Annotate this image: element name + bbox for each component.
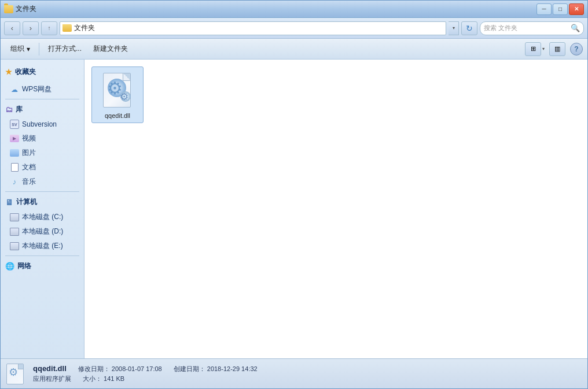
- toolbar: 组织 ▾ 打开方式... 新建文件夹 ⊞ ▾ ▥ ?: [1, 39, 587, 60]
- view-button[interactable]: ⊞: [525, 42, 541, 56]
- image-icon: [10, 149, 19, 158]
- sidebar-item-disk-d[interactable]: 本地磁盘 (D:): [1, 224, 84, 239]
- back-button[interactable]: ‹: [4, 21, 20, 35]
- create-date: 2018-12-29 14:32: [207, 365, 258, 372]
- refresh-button[interactable]: ↻: [461, 21, 477, 35]
- library-icon: 🗂: [5, 105, 13, 114]
- status-row2: 应用程序扩展 大小： 141 KB: [33, 375, 258, 383]
- status-create: 创建日期： 2018-12-29 14:32: [174, 365, 258, 373]
- gear-small-icon: [120, 91, 131, 102]
- window: 文件夹 ─ □ ✕ ‹ › ↑ 文件夹 ▾ ↻ 搜索 文件夹 🔍 组织 ▾: [0, 0, 588, 389]
- panel-button[interactable]: ▥: [549, 42, 565, 56]
- dll-file-icon: [102, 72, 133, 110]
- sidebar-item-music[interactable]: ♪ 音乐: [1, 175, 84, 189]
- status-info: qqedit.dll 修改日期： 2008-01-07 17:08 创建日期： …: [33, 364, 258, 383]
- sidebar-divider-3: [5, 255, 79, 256]
- network-label: 网络: [17, 261, 31, 271]
- image-label: 图片: [22, 148, 36, 158]
- music-icon: ♪: [10, 177, 19, 187]
- computer-label: 计算机: [16, 197, 37, 207]
- cloud-icon: ☁: [10, 85, 19, 94]
- panel-icon: ▥: [554, 45, 560, 53]
- sidebar-header-computer[interactable]: 🖥 计算机: [1, 194, 84, 210]
- sidebar-item-image[interactable]: 图片: [1, 146, 84, 160]
- view-dropdown-icon[interactable]: ▾: [542, 46, 545, 51]
- disk-e-icon: [10, 242, 19, 251]
- disk-d-icon: [10, 227, 19, 236]
- modify-label: 修改日期：: [78, 365, 110, 372]
- subversion-label: Subversion: [22, 120, 57, 128]
- sidebar-item-disk-c[interactable]: 本地磁盘 (C:): [1, 210, 84, 224]
- disk-d-label: 本地磁盘 (D:): [22, 227, 63, 236]
- star-icon: ★: [5, 68, 12, 76]
- network-icon: 🌐: [5, 262, 14, 271]
- sidebar-section-library: 🗂 库 SV Subversion ▶: [1, 102, 84, 189]
- size-value: 141 KB: [104, 375, 124, 382]
- sidebar: ★ 收藏夹 ☁ WPS网盘 🗂 库 SV: [1, 60, 84, 358]
- computer-icon: 🖥: [5, 198, 13, 207]
- organize-arrow-icon: ▾: [27, 45, 30, 53]
- status-row1: qqedit.dll 修改日期： 2008-01-07 17:08 创建日期： …: [33, 364, 258, 373]
- address-bar: ‹ › ↑ 文件夹 ▾ ↻ 搜索 文件夹 🔍: [1, 18, 587, 39]
- open-with-button[interactable]: 打开方式...: [43, 41, 87, 57]
- title-controls: ─ □ ✕: [536, 3, 584, 15]
- file-grid: qqedit.dll: [91, 66, 580, 123]
- subversion-icon: SV: [10, 120, 19, 129]
- up-button[interactable]: ↑: [41, 21, 57, 35]
- sidebar-header-network[interactable]: 🌐 网络: [1, 258, 84, 274]
- favorites-label: 收藏夹: [15, 67, 36, 77]
- toolbar-separator-1: [39, 43, 39, 55]
- library-label: 库: [16, 105, 23, 114]
- forward-button[interactable]: ›: [23, 21, 39, 35]
- disk-c-icon: [10, 213, 19, 222]
- search-icon[interactable]: 🔍: [571, 24, 580, 32]
- wps-label: WPS网盘: [22, 84, 52, 94]
- window-title: 文件夹: [16, 4, 36, 14]
- content-area: qqedit.dll: [84, 60, 587, 358]
- disk-e-label: 本地磁盘 (E:): [22, 241, 63, 251]
- file-name: qqedit.dll: [105, 112, 130, 119]
- create-label: 创建日期：: [174, 365, 205, 372]
- address-input-wrap[interactable]: 文件夹: [60, 21, 446, 35]
- close-button[interactable]: ✕: [569, 3, 584, 15]
- status-file-icon: ⚙: [6, 364, 27, 384]
- sidebar-header-library[interactable]: 🗂 库: [1, 102, 84, 117]
- sidebar-item-disk-e[interactable]: 本地磁盘 (E:): [1, 239, 84, 253]
- newfolder-label: 新建文件夹: [93, 44, 128, 54]
- video-label: 视频: [22, 134, 36, 143]
- minimize-button[interactable]: ─: [536, 3, 552, 15]
- title-folder-icon: [4, 5, 13, 13]
- sidebar-item-video[interactable]: ▶ 视频: [1, 131, 84, 146]
- disk-c-label: 本地磁盘 (C:): [22, 212, 63, 222]
- status-size: 大小： 141 KB: [83, 375, 124, 383]
- title-bar: 文件夹 ─ □ ✕: [1, 1, 587, 18]
- video-icon: ▶: [10, 134, 19, 143]
- search-placeholder: 搜索 文件夹: [484, 24, 568, 32]
- gear-container: [105, 76, 131, 102]
- sidebar-item-wps[interactable]: ☁ WPS网盘: [1, 82, 84, 97]
- dropdown-arrow-icon: ▾: [453, 25, 455, 31]
- organize-button[interactable]: 组织 ▾: [5, 41, 35, 57]
- main-area: ★ 收藏夹 ☁ WPS网盘 🗂 库 SV: [1, 60, 587, 358]
- doc-label: 文档: [22, 162, 36, 172]
- sidebar-header-favorites[interactable]: ★ 收藏夹: [1, 64, 84, 80]
- doc-icon: [10, 163, 19, 172]
- search-wrap[interactable]: 搜索 文件夹 🔍: [480, 21, 584, 35]
- help-button[interactable]: ?: [570, 43, 583, 55]
- maximize-button[interactable]: □: [553, 3, 568, 15]
- status-filename: qqedit.dll: [33, 364, 67, 373]
- size-label: 大小：: [83, 375, 102, 382]
- sidebar-divider-2: [5, 191, 79, 192]
- file-item-icon: [100, 71, 135, 111]
- address-dropdown[interactable]: ▾: [449, 21, 459, 35]
- sidebar-section-computer: 🖥 计算机 本地磁盘 (C:) 本地磁盘 (D:): [1, 194, 84, 253]
- address-text: 文件夹: [74, 23, 443, 33]
- new-folder-button[interactable]: 新建文件夹: [88, 41, 133, 57]
- file-item-qqedit[interactable]: qqedit.dll: [91, 66, 144, 123]
- sidebar-item-subversion[interactable]: SV Subversion: [1, 117, 84, 131]
- sidebar-section-network: 🌐 网络: [1, 258, 84, 274]
- music-label: 音乐: [22, 177, 36, 187]
- open-label: 打开方式...: [48, 44, 82, 54]
- title-bar-left: 文件夹: [4, 4, 36, 14]
- sidebar-item-doc[interactable]: 文档: [1, 160, 84, 175]
